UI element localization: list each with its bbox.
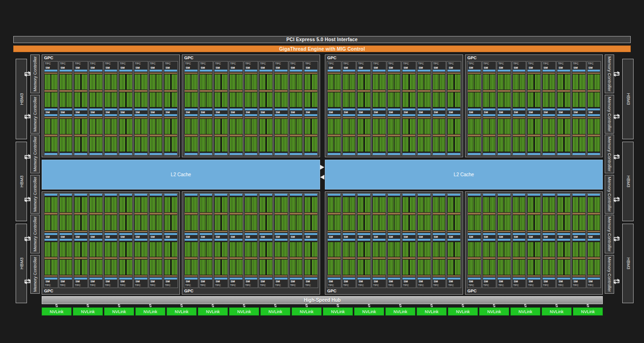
sm-label: SM [498, 66, 510, 70]
gpc-block: GPCTPCSMSMTPCSMSMTPCSMSMTPCSMSMTPCSMSMTP… [182, 54, 320, 157]
sm-core-array [433, 118, 446, 135]
sm-label: SM [74, 235, 87, 239]
sm-label: SM [513, 66, 526, 70]
sm-label: SM [543, 66, 555, 70]
sm-core-array [215, 92, 227, 108]
nvlink-updown-arrows-icon [385, 304, 415, 307]
sm-core-array [343, 74, 356, 90]
sm-unit: SM [447, 66, 461, 110]
sm-label: SM [259, 110, 272, 114]
sm-label: SM [483, 235, 496, 239]
sm-unit: SM [512, 66, 526, 110]
sm-label: SM [119, 110, 132, 114]
sm-core-array [388, 197, 401, 213]
sm-core-array [513, 259, 526, 275]
tpc-label: TPC [497, 62, 511, 66]
sm-core-array [275, 118, 287, 135]
sm-label: SM [388, 280, 401, 283]
sm-unit: SM [587, 239, 601, 284]
l2-cache-right: L2 Cache [325, 160, 603, 190]
sm-core-array [528, 259, 540, 275]
sm-label: SM [543, 235, 555, 239]
sm-core-array [388, 136, 401, 153]
sm-core-array [543, 136, 555, 153]
nvlink-label: NVLink [237, 309, 251, 314]
tpc-label: TPC [59, 283, 73, 288]
sm-label: SM [528, 280, 540, 283]
sm-unit: SM [304, 239, 318, 284]
sm-l1-data-bar [185, 153, 197, 155]
memory-controller-block: Memory Controller [30, 54, 40, 93]
sm-core-array [60, 118, 72, 135]
sm-label: SM [328, 235, 340, 239]
sm-unit: SM [304, 194, 318, 239]
tpc-label: TPC [74, 62, 88, 66]
sm-core-array [230, 92, 242, 108]
tpc-label: TPC [327, 283, 341, 288]
sm-l1-data-bar [275, 153, 287, 155]
sm-core-array [588, 242, 600, 258]
tpc-label: TPC [417, 283, 431, 288]
sm-core-array [119, 92, 132, 108]
sm-unit: SM [527, 66, 541, 110]
nvlink-updown-arrows-icon [417, 304, 447, 307]
tpc-label: TPC [512, 62, 526, 66]
sm-unit: SM [104, 110, 118, 155]
sm-unit: SM [149, 66, 163, 110]
sm-label: SM [388, 110, 401, 114]
sm-core-array [230, 197, 242, 213]
sm-unit: SM [214, 66, 228, 110]
nvlink-updown-arrows-icon [292, 304, 322, 307]
sm-core-array [433, 92, 446, 108]
sm-unit: SM [402, 239, 416, 284]
sm-unit: SM [447, 194, 461, 239]
memory-controller-label: Memory Controller [607, 56, 612, 91]
sm-unit: SM [497, 194, 511, 239]
nvlink-updown-arrows-icon [73, 304, 103, 307]
sm-core-array [588, 197, 600, 213]
nvlink-updown-arrows-icon [104, 304, 134, 307]
sm-core-array [373, 118, 385, 135]
sm-core-array [60, 259, 72, 275]
tpc-column: TPCSMSM [482, 61, 497, 155]
sm-unit: SM [587, 194, 601, 239]
sm-core-array [328, 74, 340, 90]
sm-unit: SM [542, 110, 556, 155]
hbm-mc-swap-arrows-icon [24, 235, 31, 243]
sm-unit: SM [89, 66, 103, 110]
sm-label: SM [89, 235, 102, 239]
tpc-label: TPC [557, 62, 571, 66]
tpc-label: TPC [199, 62, 213, 66]
sm-core-array [304, 197, 317, 213]
sm-core-array [185, 92, 197, 108]
memory-controller-label: Memory Controller [33, 217, 37, 252]
hbm-mc-swap-arrows-icon [613, 278, 620, 285]
sm-label: SM [45, 110, 57, 114]
tpc-column: TPCSMSM [304, 61, 318, 155]
sm-unit: SM [483, 110, 496, 155]
tpc-column: TPCSMSM [587, 61, 601, 155]
sm-label: SM [304, 235, 317, 239]
sm-label: SM [60, 280, 72, 283]
sm-label: SM [543, 110, 555, 114]
tpc-column: TPCSMSM [244, 193, 259, 288]
sm-core-array [185, 242, 197, 258]
tpc-column: TPCSMSM [274, 61, 288, 155]
sm-label: SM [45, 280, 57, 283]
sm-core-array [60, 197, 72, 213]
sm-core-array [89, 197, 102, 213]
nvlink-block: NVLink [104, 307, 134, 316]
sm-l1-data-bar [483, 153, 496, 155]
tpc-column: TPCSMSM [357, 61, 371, 155]
sm-unit: SM [119, 110, 133, 155]
sm-unit: SM [447, 239, 461, 284]
tpc-label: TPC [542, 283, 556, 288]
nvlink-updown-arrows-icon [448, 304, 478, 307]
sm-label: SM [230, 110, 242, 114]
sm-core-array [373, 197, 385, 213]
sm-core-array [215, 118, 227, 135]
sm-unit: SM [417, 110, 431, 155]
sm-label: SM [185, 66, 197, 70]
sm-core-array [557, 74, 570, 90]
sm-unit: SM [274, 194, 288, 239]
